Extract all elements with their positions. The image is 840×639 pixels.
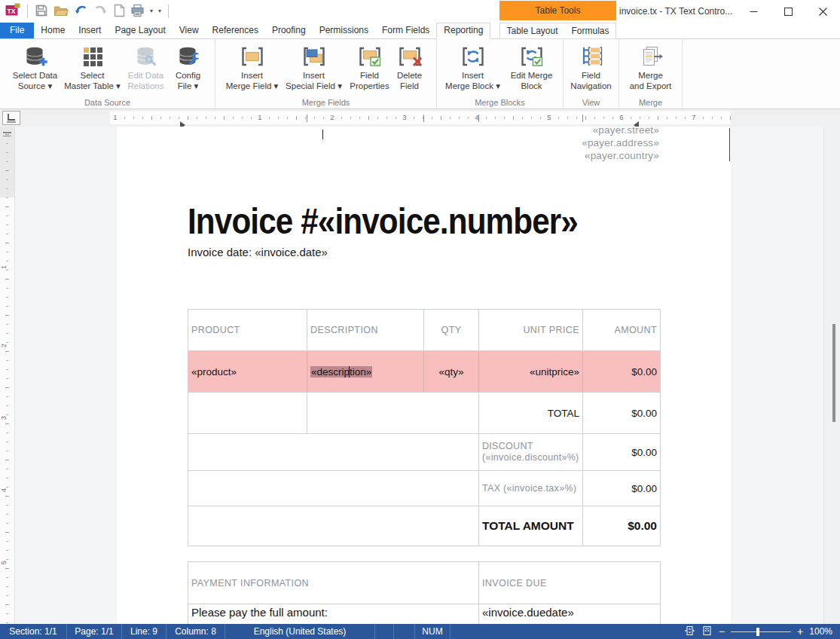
svg-text:TX: TX: [8, 8, 16, 15]
tab-references[interactable]: References: [206, 23, 265, 38]
merge-field-payer-street[interactable]: «payer.street»: [582, 127, 659, 137]
tab-page-layout[interactable]: Page Layout: [108, 23, 172, 38]
tab-insert[interactable]: Insert: [72, 23, 108, 38]
save-button[interactable]: [35, 4, 48, 20]
empty-cell[interactable]: [188, 471, 479, 506]
tab-view[interactable]: View: [173, 23, 206, 38]
zoom-out-button[interactable]: −: [719, 625, 725, 638]
ruler-number: 2: [328, 113, 335, 121]
edit-merge-block-icon: [518, 42, 545, 71]
tab-form-fields[interactable]: Form Fields: [375, 23, 436, 38]
horizontal-ruler-row: 1 1 2 3 4 5 6 7: [0, 109, 840, 127]
ruler-number: 1: [256, 113, 263, 121]
tab-reporting[interactable]: Reporting: [436, 23, 490, 39]
tax-amount-cell[interactable]: $0.00: [583, 471, 660, 506]
print-options-dropdown[interactable]: ▾: [150, 8, 153, 15]
discount-label-cell[interactable]: DISCOUNT(«invoice.discount»%): [479, 434, 583, 470]
scrollbar-thumb[interactable]: [832, 324, 835, 422]
invoice-duedate-cell[interactable]: «invoice.duedate»: [479, 604, 660, 624]
merge-field-icon: [239, 42, 266, 71]
tab-permissions[interactable]: Permissions: [313, 23, 375, 38]
tab-table-layout[interactable]: Table Layout: [499, 23, 564, 38]
empty-cell[interactable]: [188, 393, 307, 433]
merge-block-icon: [460, 42, 487, 71]
zoom-controls: − + 100%: [684, 624, 832, 639]
invoice-due-header-cell[interactable]: INVOICE DUE: [479, 562, 660, 604]
zoom-slider[interactable]: [731, 631, 791, 632]
header-cell-description[interactable]: DESCRIPTION: [307, 310, 424, 350]
document-page[interactable]: «payer.street» «payer.address» «payer.co…: [117, 127, 731, 624]
cell-amount[interactable]: $0.00: [583, 351, 660, 392]
fit-width-icon[interactable]: [701, 625, 713, 638]
tab-home[interactable]: Home: [34, 23, 72, 38]
quick-access-toolbar: TX: [0, 0, 170, 23]
print-button[interactable]: [130, 4, 145, 20]
ruler-number: 4: [473, 113, 480, 121]
minimize-button[interactable]: [736, 0, 771, 23]
header-cell-qty[interactable]: QTY: [424, 310, 479, 350]
selected-merge-field[interactable]: «description»: [310, 366, 372, 378]
tab-stop-selector[interactable]: [2, 111, 20, 125]
payer-address-block[interactable]: «payer.street» «payer.address» «payer.co…: [582, 127, 659, 162]
cell-unit-price[interactable]: «unitprice»: [479, 351, 583, 392]
table-column-marker[interactable]: [423, 115, 424, 122]
discount-amount-cell[interactable]: $0.00: [583, 434, 660, 470]
tab-proofing[interactable]: Proofing: [265, 23, 313, 38]
empty-cell[interactable]: [307, 393, 479, 433]
merge-field-payer-address[interactable]: «payer.address»: [582, 137, 659, 150]
tab-file[interactable]: File: [0, 23, 34, 38]
horizontal-ruler[interactable]: 1 1 2 3 4 5 6 7: [110, 112, 731, 124]
status-page: Page: 1/1: [67, 624, 121, 639]
cell-product[interactable]: «product»: [188, 351, 307, 392]
table-column-marker[interactable]: [478, 115, 479, 122]
total-amount-cell[interactable]: $0.00: [583, 393, 660, 433]
app-logo-button[interactable]: TX: [5, 3, 20, 20]
tax-label-cell[interactable]: TAX («invoice.tax»%): [479, 471, 583, 506]
document-canvas: «payer.street» «payer.address» «payer.co…: [15, 127, 823, 624]
table-tools-context-header: Table Tools: [499, 1, 616, 20]
customize-toolbar-dropdown[interactable]: ▾: [158, 8, 161, 15]
cell-qty[interactable]: «qty»: [424, 351, 479, 392]
fit-page-icon[interactable]: [684, 625, 695, 638]
undo-button[interactable]: [74, 4, 88, 20]
application-window: TX: [0, 0, 840, 639]
text-frame-border: [729, 128, 730, 161]
open-button[interactable]: [53, 4, 69, 20]
merge-export-icon: [638, 42, 664, 71]
close-button[interactable]: [805, 0, 840, 23]
header-cell-unit-price[interactable]: UNIT PRICE: [479, 310, 583, 350]
table-column-marker[interactable]: [307, 115, 307, 122]
toolbar-separator: [27, 5, 28, 18]
special-field-icon: [301, 42, 328, 71]
zoom-slider-thumb[interactable]: [756, 628, 759, 636]
tab-formulas[interactable]: Formulas: [565, 23, 616, 38]
vertical-ruler[interactable]: 1 2 3 4 5: [0, 127, 15, 624]
field-properties-icon: [356, 42, 383, 71]
vertical-scrollbar[interactable]: [823, 127, 840, 624]
grand-total-amount-cell[interactable]: $0.00: [583, 506, 660, 546]
redo-button[interactable]: [93, 4, 108, 20]
empty-cell[interactable]: [188, 434, 479, 470]
payment-instruction-cell[interactable]: Please pay the full amount:: [188, 604, 479, 624]
grand-total-label-cell[interactable]: TOTAL AMOUNT: [479, 506, 583, 546]
payment-header-row: PAYMENT INFORMATION INVOICE DUE: [188, 562, 660, 604]
cell-description[interactable]: «description»: [307, 351, 424, 392]
invoice-title[interactable]: Invoice #«invoice.number»: [188, 200, 578, 242]
ruler-number: 1: [111, 113, 118, 121]
ribbon-group-merge-fields: Insert Merge Field ▾ Insert Special Fiel…: [215, 39, 437, 109]
database-key-icon: [134, 42, 158, 71]
zoom-in-button[interactable]: +: [797, 625, 803, 638]
merge-field-payer-country[interactable]: «payer.country»: [582, 150, 659, 163]
total-label-cell[interactable]: TOTAL: [479, 393, 583, 433]
payment-information-header-cell[interactable]: PAYMENT INFORMATION: [188, 562, 479, 604]
new-document-button[interactable]: [113, 4, 125, 20]
status-num-lock: NUM: [415, 624, 450, 639]
maximize-button[interactable]: [771, 0, 805, 23]
invoice-date-line[interactable]: Invoice date: «invoice.date»: [188, 246, 328, 258]
header-cell-product[interactable]: PRODUCT: [188, 310, 307, 350]
empty-cell[interactable]: [188, 506, 479, 546]
header-cell-amount[interactable]: AMOUNT: [583, 310, 660, 350]
ruler-number: 4: [0, 488, 8, 492]
table-column-marker[interactable]: [582, 115, 583, 122]
title-bar: TX: [0, 0, 840, 23]
